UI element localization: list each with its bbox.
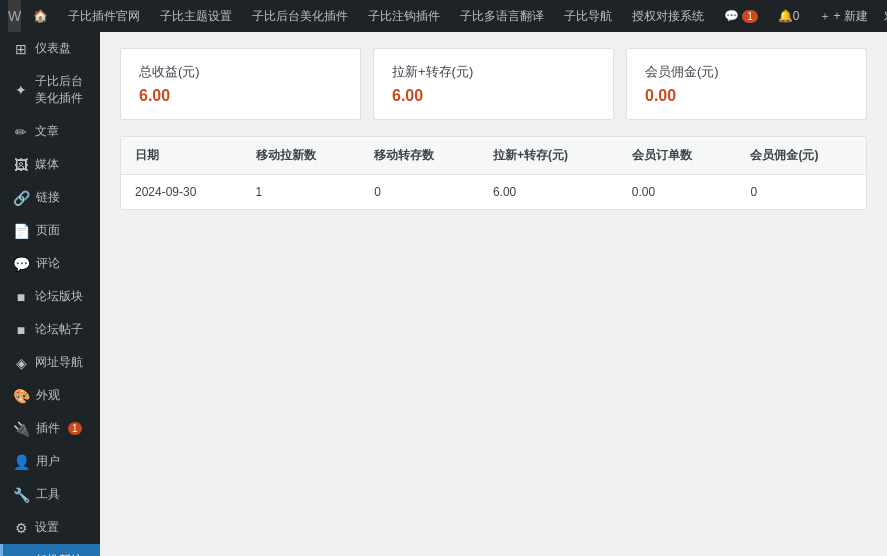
adminbar-comments[interactable]: 💬 1 (716, 0, 766, 32)
new-label: + 新建 (833, 8, 867, 25)
stat-total-title: 总收益(元) (139, 63, 342, 81)
sidebar-item-settings[interactable]: ⚙ 设置 (0, 511, 100, 544)
col-pull-transfer-amount: 拉新+转存(元) (479, 137, 618, 175)
stat-member-value: 0.00 (645, 87, 848, 105)
links-icon: 🔗 (13, 190, 30, 206)
adminbar-zibi-nav[interactable]: 子比导航 (556, 0, 620, 32)
sidebar-item-beauty[interactable]: ✦ 子比后台美化插件 (0, 65, 100, 115)
stat-pull-value: 6.00 (392, 87, 595, 105)
sidebar-item-comments[interactable]: 💬 评论 (0, 247, 100, 280)
adminbar-updates[interactable]: 🔔 0 (770, 0, 808, 32)
stat-pull-title: 拉新+转存(元) (392, 63, 595, 81)
tools-icon: 🔧 (13, 487, 30, 503)
sidebar-item-dashboard[interactable]: ⊞ 仪表盘 (0, 32, 100, 65)
posts-icon: ✏ (13, 124, 29, 140)
adminbar-right: ＋ + 新建 对象缓存 🔗 0 您好，李一 ~ (811, 0, 887, 32)
sidebar-label-appearance: 外观 (36, 387, 60, 404)
table-cell: 0 (360, 175, 479, 210)
sidebar-item-links[interactable]: 🔗 链接 (0, 181, 100, 214)
media-icon: 🖼 (13, 157, 29, 173)
sidebar-item-stats-plugin[interactable]: 📊 任推帮统计插件 (0, 544, 100, 556)
main-layout: ⊞ 仪表盘 ✦ 子比后台美化插件 ✏ 文章 🖼 媒体 🔗 链接 📄 页面 💬 评… (0, 32, 887, 556)
stats-row: 总收益(元) 6.00 拉新+转存(元) 6.00 会员佣金(元) 0.00 (120, 48, 867, 120)
sidebar-item-url-nav[interactable]: ◈ 网址导航 (0, 346, 100, 379)
col-member-orders: 会员订单数 (618, 137, 737, 175)
main-content: 总收益(元) 6.00 拉新+转存(元) 6.00 会员佣金(元) 0.00 日… (100, 32, 887, 556)
sidebar-label-beauty: 子比后台美化插件 (35, 73, 90, 107)
admin-bar: W 🏠 子比插件官网 子比主题设置 子比后台美化插件 子比注钩插件 子比多语言翻… (0, 0, 887, 32)
adminbar-zibi-hook[interactable]: 子比注钩插件 (360, 0, 448, 32)
sidebar-label-users: 用户 (36, 453, 60, 470)
table-cell: 0.00 (618, 175, 737, 210)
sidebar-label-pages: 页面 (36, 222, 60, 239)
settings-icon: ⚙ (13, 520, 29, 536)
wp-logo[interactable]: W (8, 0, 21, 32)
col-mobile-new: 移动拉新数 (242, 137, 361, 175)
update-icon: 🔔 (778, 9, 793, 23)
plugins-icon: 🔌 (13, 421, 30, 437)
col-mobile-transfer: 移动转存数 (360, 137, 479, 175)
stat-card-total: 总收益(元) 6.00 (120, 48, 361, 120)
stats-table: 日期 移动拉新数 移动转存数 拉新+转存(元) 会员订单数 会员佣金(元) 20… (121, 137, 866, 209)
pages-icon: 📄 (13, 223, 30, 239)
table-cell: 6.00 (479, 175, 618, 210)
stat-member-title: 会员佣金(元) (645, 63, 848, 81)
adminbar-site-icon: 🏠 (33, 9, 48, 23)
comment-count-badge: 1 (742, 10, 758, 23)
stat-total-value: 6.00 (139, 87, 342, 105)
beauty-icon: ✦ (13, 82, 29, 98)
new-content-button[interactable]: ＋ + 新建 (811, 0, 875, 32)
users-icon: 👤 (13, 454, 30, 470)
sidebar-item-users[interactable]: 👤 用户 (0, 445, 100, 478)
object-cache-button[interactable]: 对象缓存 (876, 0, 887, 32)
sidebar-label-forum-blocks: 论坛版块 (35, 288, 83, 305)
table-cell: 0 (736, 175, 866, 210)
table-row: 2024-09-30106.000.000 (121, 175, 866, 210)
sidebar-item-posts[interactable]: ✏ 文章 (0, 115, 100, 148)
sidebar-label-dashboard: 仪表盘 (35, 40, 71, 57)
comment-icon: 💬 (724, 9, 739, 23)
adminbar-zibi-store[interactable]: 子比插件官网 (60, 0, 148, 32)
adminbar-zibi-settings[interactable]: 子比主题设置 (152, 0, 240, 32)
sidebar-item-media[interactable]: 🖼 媒体 (0, 148, 100, 181)
forum-posts-icon: ■ (13, 322, 29, 338)
update-count: 0 (793, 9, 800, 23)
url-nav-icon: ◈ (13, 355, 29, 371)
table-header-row: 日期 移动拉新数 移动转存数 拉新+转存(元) 会员订单数 会员佣金(元) (121, 137, 866, 175)
sidebar: ⊞ 仪表盘 ✦ 子比后台美化插件 ✏ 文章 🖼 媒体 🔗 链接 📄 页面 💬 评… (0, 32, 100, 556)
sidebar-label-stats-plugin: 任推帮统计插件 (35, 552, 90, 556)
stat-card-pull-transfer: 拉新+转存(元) 6.00 (373, 48, 614, 120)
col-member-commission: 会员佣金(元) (736, 137, 866, 175)
stat-card-member: 会员佣金(元) 0.00 (626, 48, 867, 120)
sidebar-label-media: 媒体 (35, 156, 59, 173)
plus-icon: ＋ (819, 8, 831, 25)
sidebar-item-appearance[interactable]: 🎨 外观 (0, 379, 100, 412)
stats-table-container: 日期 移动拉新数 移动转存数 拉新+转存(元) 会员订单数 会员佣金(元) 20… (120, 136, 867, 210)
sidebar-label-tools: 工具 (36, 486, 60, 503)
sidebar-item-tools[interactable]: 🔧 工具 (0, 478, 100, 511)
adminbar-zibi-beauty[interactable]: 子比后台美化插件 (244, 0, 356, 32)
adminbar-site[interactable]: 🏠 (25, 0, 56, 32)
sidebar-item-pages[interactable]: 📄 页面 (0, 214, 100, 247)
sidebar-label-url-nav: 网址导航 (35, 354, 83, 371)
col-date: 日期 (121, 137, 242, 175)
sidebar-item-forum-blocks[interactable]: ■ 论坛版块 (0, 280, 100, 313)
sidebar-label-forum-posts: 论坛帖子 (35, 321, 83, 338)
sidebar-label-comments: 评论 (36, 255, 60, 272)
sidebar-label-plugins: 插件 (36, 420, 60, 437)
dashboard-icon: ⊞ (13, 41, 29, 57)
sidebar-item-plugins[interactable]: 🔌 插件 1 (0, 412, 100, 445)
comments-icon: 💬 (13, 256, 30, 272)
sidebar-label-links: 链接 (36, 189, 60, 206)
sidebar-item-forum-posts[interactable]: ■ 论坛帖子 (0, 313, 100, 346)
plugins-badge: 1 (68, 422, 82, 435)
table-cell: 2024-09-30 (121, 175, 242, 210)
appearance-icon: 🎨 (13, 388, 30, 404)
forum-blocks-icon: ■ (13, 289, 29, 305)
sidebar-label-posts: 文章 (35, 123, 59, 140)
sidebar-label-settings: 设置 (35, 519, 59, 536)
wp-icon: W (8, 8, 21, 24)
table-cell: 1 (242, 175, 361, 210)
adminbar-zibi-translate[interactable]: 子比多语言翻译 (452, 0, 552, 32)
adminbar-auth[interactable]: 授权对接系统 (624, 0, 712, 32)
